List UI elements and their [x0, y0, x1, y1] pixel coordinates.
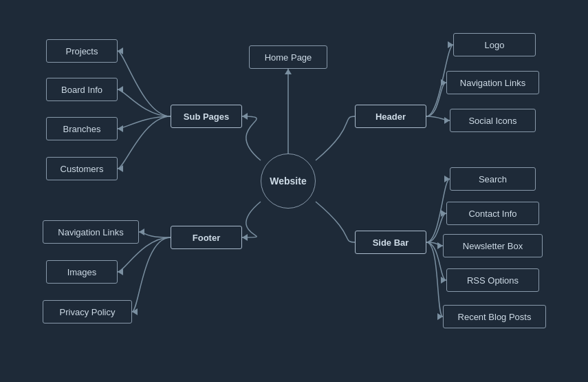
newsletterbox-node: Newsletter Box [443, 234, 543, 257]
svg-marker-0 [285, 69, 292, 74]
svg-marker-2 [118, 47, 123, 54]
recentblogposts-node: Recent Blog Posts [443, 305, 546, 328]
images-node: Images [46, 260, 118, 284]
svg-marker-11 [437, 242, 443, 249]
svg-marker-7 [441, 79, 446, 86]
svg-marker-14 [242, 234, 248, 241]
homepage-node: Home Page [249, 45, 327, 69]
svg-marker-17 [132, 308, 138, 315]
svg-marker-6 [448, 41, 453, 48]
website-node: Website [261, 153, 316, 209]
contactinfo-node: Contact Info [446, 202, 539, 225]
sidebar-node: Side Bar [355, 231, 426, 254]
svg-marker-16 [118, 268, 123, 275]
footer-node: Footer [171, 226, 242, 249]
svg-marker-15 [139, 229, 144, 235]
privacypolicy-node: Privacy Policy [43, 300, 132, 323]
search-node: Search [450, 167, 536, 191]
svg-marker-9 [444, 176, 450, 182]
projects-node: Projects [46, 39, 118, 63]
boardinfo-node: Board Info [46, 78, 118, 101]
header-node: Header [355, 105, 426, 128]
logo-node: Logo [453, 33, 536, 56]
svg-marker-5 [118, 165, 123, 172]
svg-marker-8 [444, 117, 450, 124]
customers-node: Customers [46, 157, 118, 180]
navlinks-header-node: Navigation Links [446, 71, 539, 94]
rssoptions-node: RSS Options [446, 268, 539, 292]
svg-marker-12 [441, 277, 446, 284]
navlinks-footer-node: Navigation Links [43, 220, 139, 244]
socialicons-node: Social Icons [450, 109, 536, 132]
svg-marker-3 [118, 86, 123, 93]
svg-marker-1 [242, 113, 248, 120]
svg-marker-10 [441, 210, 446, 217]
subpages-node: Sub Pages [171, 105, 242, 128]
svg-marker-13 [437, 313, 443, 320]
branches-node: Branches [46, 117, 118, 140]
svg-marker-4 [118, 125, 123, 132]
